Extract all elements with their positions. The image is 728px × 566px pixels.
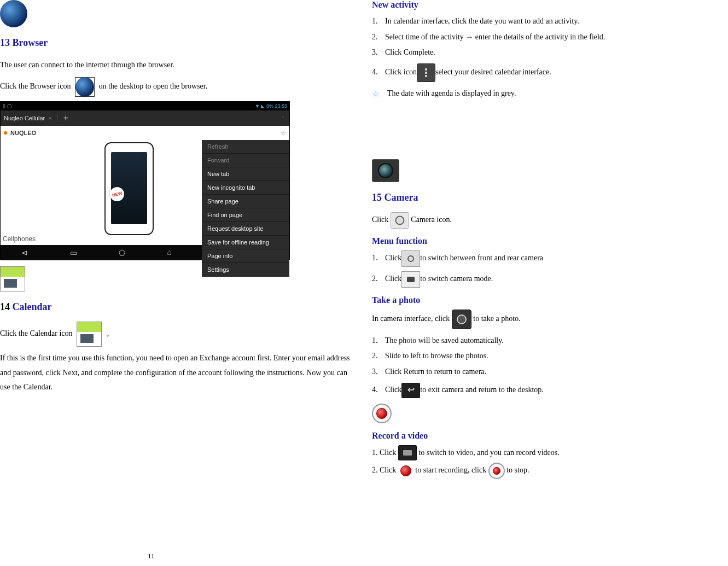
recent-icon: ▭ bbox=[70, 248, 77, 258]
text: to switch between front and rear camera bbox=[420, 251, 543, 266]
menu-dots-icon bbox=[417, 63, 435, 82]
back-arrow-icon: ↩ bbox=[401, 383, 420, 398]
list-item: 1.In calendar interface, click the date … bbox=[372, 14, 727, 29]
calendar-icon bbox=[0, 266, 25, 291]
close-icon: × bbox=[48, 115, 51, 121]
heading-take-photo: Take a photo bbox=[372, 295, 727, 305]
home-alt-icon: ⌂ bbox=[167, 248, 171, 257]
menu-item: Find on page bbox=[202, 208, 289, 222]
section-number: 14 bbox=[0, 301, 10, 312]
tab-title: Nuqleo Cellular× bbox=[4, 115, 58, 121]
list-item: 3.Click Complete. bbox=[372, 45, 727, 60]
heading-camera: 15 Camera bbox=[372, 192, 727, 203]
menu-item: New tab bbox=[202, 167, 289, 181]
calendar-click-line: Click the Calendar icon 。 bbox=[0, 322, 358, 347]
activity-steps: 1.In calendar interface, click the date … bbox=[372, 14, 727, 82]
page-number: 11 bbox=[148, 552, 155, 561]
url-bar: NUQLEO ☆ bbox=[1, 126, 289, 140]
add-tab-icon: + bbox=[63, 113, 68, 123]
list-item: 2. Click to switch camera mode. bbox=[372, 271, 727, 288]
text: to start recording, click bbox=[415, 466, 488, 475]
list-item: 2.Select time of the activity → enter th… bbox=[372, 30, 727, 45]
take-photo-intro: In camera interface, click to take a pho… bbox=[372, 310, 727, 329]
shutter-button-icon bbox=[452, 310, 471, 329]
heading-record-video: Record a video bbox=[372, 431, 727, 441]
star-icon: ☆ bbox=[281, 130, 286, 137]
calendar-icon bbox=[77, 322, 102, 347]
menu-item: Refresh bbox=[202, 140, 289, 154]
text: 2. Click bbox=[372, 466, 396, 475]
text: Camera icon. bbox=[411, 215, 452, 224]
text: Click bbox=[385, 272, 401, 287]
text: Click bbox=[372, 215, 391, 224]
site-brand: NUQLEO bbox=[4, 130, 36, 136]
menu-item: Share page bbox=[202, 195, 289, 208]
text: to take a photo. bbox=[473, 314, 520, 323]
page-left: 13 Browser The user can connect to the i… bbox=[0, 0, 364, 566]
text: Click bbox=[385, 383, 401, 398]
browser-click-line: Click the Browser icon on the desktop to… bbox=[0, 77, 358, 97]
star-icon: ☆ bbox=[372, 89, 380, 99]
browser-screenshot: ▯ ▢ ▼ ◣ 8% 23:55 Nuqleo Cellular× + ⋮ NU… bbox=[0, 101, 290, 260]
heading-menu-function: Menu function bbox=[372, 236, 727, 246]
camera-mode-icon bbox=[401, 271, 420, 288]
page-body: NEW Refresh Forward New tab New incognit… bbox=[1, 140, 289, 245]
browser-intro: The user can connect to the internet thr… bbox=[0, 57, 358, 73]
text: Click the Browser icon bbox=[0, 82, 73, 90]
heading-new-activity: New activity bbox=[372, 0, 727, 10]
list-item: 4. Click ↩ to exit camera and return to … bbox=[372, 383, 727, 398]
page-right: New activity 1.In calendar interface, cl… bbox=[364, 0, 727, 566]
text: to switch camera mode. bbox=[420, 272, 493, 287]
tab-bar: Nuqleo Cellular× + ⋮ bbox=[1, 110, 289, 126]
browser-menu: Refresh Forward New tab New incognito ta… bbox=[202, 140, 289, 277]
menu-item: Settings bbox=[202, 263, 289, 277]
heading-calendar: 14 Calendar bbox=[0, 301, 358, 313]
home-icon: ⬠ bbox=[119, 248, 125, 258]
camera-icon bbox=[372, 159, 399, 182]
camera-icon bbox=[391, 212, 409, 229]
text: 1. Click bbox=[372, 448, 398, 457]
list-item: 4. Click icon select your desired calend… bbox=[372, 63, 727, 82]
menu-dots-icon: ⋮ bbox=[280, 115, 286, 122]
list-item: 1.The photo will be saved automatically. bbox=[372, 334, 727, 348]
browser-globe-icon bbox=[75, 77, 95, 97]
menu-item: Save for offline reading bbox=[202, 236, 289, 249]
calendar-icon-block bbox=[0, 266, 358, 291]
record-button-icon bbox=[372, 404, 392, 423]
note-text: The date with agenda is displayed in gre… bbox=[387, 89, 516, 98]
browser-globe-icon bbox=[0, 0, 27, 27]
vol-down-icon: ⊲ bbox=[21, 248, 28, 258]
text: to exit camera and return to the desktop… bbox=[420, 383, 543, 398]
menu-item: Request desktop site bbox=[202, 222, 289, 236]
text: Click bbox=[385, 251, 401, 266]
menu-steps: 1. Click to switch between front and rea… bbox=[372, 250, 727, 288]
new-badge-icon: NEW bbox=[110, 187, 124, 201]
menu-item: New incognito tab bbox=[202, 181, 289, 195]
note-line: ☆ The date with agenda is displayed in g… bbox=[372, 89, 727, 99]
text: on the desktop to open the browser. bbox=[98, 82, 207, 90]
text: select your desired calendar interface. bbox=[435, 65, 551, 80]
text: Click the Calendar icon bbox=[0, 329, 74, 337]
text: In camera interface, click bbox=[372, 314, 452, 323]
status-right: ▼ ◣ 8% 23:55 bbox=[255, 103, 287, 109]
menu-item: Forward bbox=[202, 154, 289, 167]
list-item: 1. Click to switch between front and rea… bbox=[372, 250, 727, 267]
take-photo-steps: 1.The photo will be saved automatically.… bbox=[372, 334, 727, 398]
switch-camera-icon bbox=[401, 250, 420, 267]
camera-click-line: Click Camera icon. bbox=[372, 212, 727, 229]
calendar-setup-para: If this is the first time you use this f… bbox=[0, 351, 358, 395]
status-bar: ▯ ▢ ▼ ◣ 8% 23:55 bbox=[1, 102, 289, 110]
text: Click icon bbox=[385, 65, 417, 80]
list-item: 3.Click Return to return to camera. bbox=[372, 365, 727, 380]
page-label: Cellphones bbox=[3, 235, 36, 243]
heading-browser: 13 Browser bbox=[0, 37, 358, 49]
text: to stop. bbox=[506, 466, 529, 475]
camera-icon-block bbox=[372, 159, 727, 182]
record-icon-block bbox=[372, 404, 727, 423]
record-step-1: 1. Click to switch to video, and you can… bbox=[372, 445, 727, 461]
record-start-icon bbox=[398, 463, 413, 479]
status-left: ▯ ▢ bbox=[3, 103, 12, 109]
list-item: 2.Slide to left to browse the photos. bbox=[372, 349, 727, 364]
text: to switch to video, and you can record v… bbox=[418, 448, 559, 457]
record-step-2: 2. Click to start recording, click to st… bbox=[372, 463, 727, 479]
